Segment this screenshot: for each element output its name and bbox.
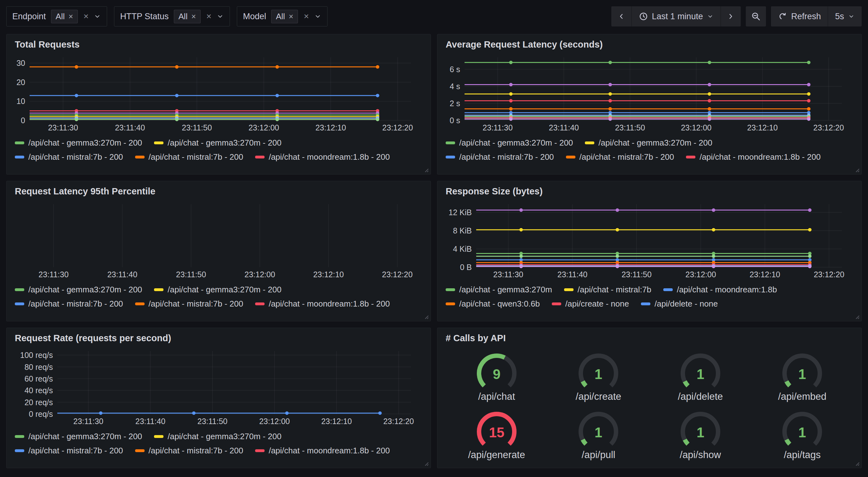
gauge-label: /api/create [576, 391, 621, 402]
legend-item[interactable]: /api/chat - gemma3:270m - 200 [15, 285, 142, 295]
legend-item[interactable]: /api/chat - gemma3:270m - 200 [15, 138, 142, 148]
filter-label: HTTP Status [120, 12, 168, 22]
filter-bar: Endpoint All × × HTTP Status All × × Mod… [6, 6, 328, 27]
legend-item[interactable]: /api/chat - mistral:7b - 200 [135, 446, 244, 455]
legend-item[interactable]: /api/chat - qwen3:0.6b [446, 299, 540, 309]
chip-value: All [276, 12, 285, 22]
legend-item[interactable]: /api/chat - mistral:7b [564, 285, 651, 295]
legend-item[interactable]: /api/chat - mistral:7b - 200 [566, 152, 674, 162]
svg-text:8 KiB: 8 KiB [453, 226, 472, 235]
legend-item[interactable]: /api/chat - gemma3:270m - 200 [154, 138, 281, 148]
gauge-value: 1 [798, 425, 806, 440]
svg-text:23:11:50: 23:11:50 [615, 123, 645, 132]
legend-item[interactable]: /api/chat - moondream:1.8b - 200 [255, 446, 390, 455]
svg-text:4 KiB: 4 KiB [453, 244, 472, 253]
svg-text:23:12:00: 23:12:00 [681, 123, 711, 132]
legend-label: /api/chat - gemma3:270m - 200 [598, 138, 712, 148]
legend-item[interactable]: /api/create - none [552, 299, 629, 309]
gauge-grid: 9/api/chat1/api/create1/api/delete1/api/… [446, 347, 853, 464]
chart-svg: 23:11:3023:11:4023:11:5023:12:0023:12:10… [15, 54, 422, 133]
panel-resize-handle[interactable] [423, 314, 429, 320]
panel-calls-by-api: # Calls by API 9/api/chat1/api/create1/a… [437, 328, 862, 468]
filter-value-chip[interactable]: All × [174, 10, 201, 23]
legend-row: /api/chat - mistral:7b - 200/api/chat - … [15, 299, 422, 309]
legend-swatch [446, 156, 455, 158]
legend-item[interactable]: /api/chat - moondream:1.8b - 200 [686, 152, 820, 162]
time-nav-group: Last 1 minute [611, 6, 741, 27]
time-range-picker-button[interactable]: Last 1 minute [631, 6, 721, 27]
legend-item[interactable]: /api/chat - mistral:7b - 200 [446, 152, 554, 162]
filter-clear-icon[interactable]: × [304, 12, 309, 21]
panel-title: # Calls by API [446, 333, 853, 344]
gauge-label: /api/tags [784, 449, 821, 460]
filter-clear-icon[interactable]: × [206, 12, 211, 21]
legend-swatch [566, 156, 576, 158]
svg-text:100 req/s: 100 req/s [20, 351, 53, 359]
legend-item[interactable]: /api/chat - mistral:7b - 200 [15, 299, 123, 309]
timeseries-chart[interactable]: 23:11:3023:11:4023:11:5023:12:0023:12:10… [446, 200, 853, 280]
time-shift-back-button[interactable] [611, 6, 631, 27]
filter-value-chip[interactable]: All × [271, 10, 298, 23]
legend-item[interactable]: /api/chat - gemma3:270m - 200 [154, 285, 281, 295]
legend-item[interactable]: /api/chat - moondream:1.8b - 200 [255, 299, 390, 309]
chevron-down-icon[interactable] [94, 12, 101, 20]
chip-remove-icon[interactable]: × [69, 12, 73, 21]
timeseries-chart[interactable]: 23:11:3023:11:4023:11:5023:12:0023:12:10… [15, 54, 422, 133]
svg-text:6 s: 6 s [450, 65, 460, 74]
chip-remove-icon[interactable]: × [289, 12, 293, 21]
legend-item[interactable]: /api/chat - gemma3:270m - 200 [15, 431, 142, 441]
legend-swatch [15, 142, 24, 144]
legend-swatch [255, 302, 265, 305]
svg-text:23:12:00: 23:12:00 [685, 270, 716, 279]
panel-resize-handle[interactable] [854, 460, 860, 466]
legend-item[interactable]: /api/chat - gemma3:270m - 200 [154, 431, 281, 441]
legend-item[interactable]: /api/chat - mistral:7b - 200 [15, 152, 123, 162]
chevron-down-icon[interactable] [314, 12, 321, 20]
timeseries-chart[interactable]: 23:11:3023:11:4023:11:5023:12:0023:12:10… [15, 200, 422, 280]
panel-resize-handle[interactable] [854, 314, 860, 320]
gauge: 1/api/tags [775, 408, 829, 460]
legend-item[interactable]: /api/chat - gemma3:270m [446, 285, 552, 295]
zoom-out-button[interactable] [746, 6, 766, 27]
chip-value: All [179, 12, 188, 22]
legend-label: /api/chat - gemma3:270m - 200 [167, 431, 281, 441]
gauge: 1/api/pull [571, 408, 625, 460]
clock-icon [639, 12, 648, 21]
legend-row: /api/chat - mistral:7b - 200/api/chat - … [15, 446, 422, 455]
timeseries-chart[interactable]: 23:11:3023:11:4023:11:5023:12:0023:12:10… [15, 347, 422, 426]
chip-remove-icon[interactable]: × [191, 12, 196, 21]
gauge-value: 1 [595, 366, 602, 382]
legend-swatch [154, 435, 163, 438]
legend-item[interactable]: /api/delete - none [641, 299, 718, 309]
refresh-button[interactable]: Refresh [771, 6, 828, 27]
gauge: 1/api/create [571, 350, 625, 402]
legend-item[interactable]: /api/chat - gemma3:270m - 200 [585, 138, 712, 148]
gauge-label: /api/pull [582, 449, 615, 460]
legend-item[interactable]: /api/chat - mistral:7b - 200 [135, 299, 244, 309]
time-shift-forward-button[interactable] [721, 6, 741, 27]
filter-value-chip[interactable]: All × [51, 10, 78, 23]
svg-text:12 KiB: 12 KiB [448, 208, 472, 217]
filter-clear-icon[interactable]: × [84, 12, 89, 21]
gauge-value: 1 [798, 366, 806, 382]
panel-resize-handle[interactable] [423, 167, 429, 173]
legend-item[interactable]: /api/chat - gemma3:270m - 200 [446, 138, 573, 148]
svg-text:40 req/s: 40 req/s [25, 386, 53, 395]
filter-endpoint: Endpoint All × × [6, 6, 107, 27]
legend-label: /api/chat - mistral:7b [578, 285, 651, 295]
timeseries-chart[interactable]: 23:11:3023:11:4023:11:5023:12:0023:12:10… [446, 54, 853, 133]
refresh-interval-dropdown[interactable]: 5s [828, 6, 862, 27]
chevron-down-icon[interactable] [216, 12, 224, 20]
svg-text:23:11:40: 23:11:40 [549, 123, 579, 132]
panel-resize-handle[interactable] [423, 460, 429, 466]
legend-item[interactable]: /api/chat - mistral:7b - 200 [135, 152, 244, 162]
legend-swatch [564, 288, 574, 291]
legend-item[interactable]: /api/chat - moondream:1.8b [663, 285, 777, 295]
legend-swatch [446, 142, 455, 144]
panel-resize-handle[interactable] [854, 167, 860, 173]
legend-item[interactable]: /api/chat - mistral:7b - 200 [15, 446, 123, 455]
svg-text:2 s: 2 s [450, 99, 460, 108]
legend-swatch [446, 302, 455, 305]
legend-item[interactable]: /api/chat - moondream:1.8b - 200 [255, 152, 390, 162]
legend-swatch [15, 449, 24, 452]
